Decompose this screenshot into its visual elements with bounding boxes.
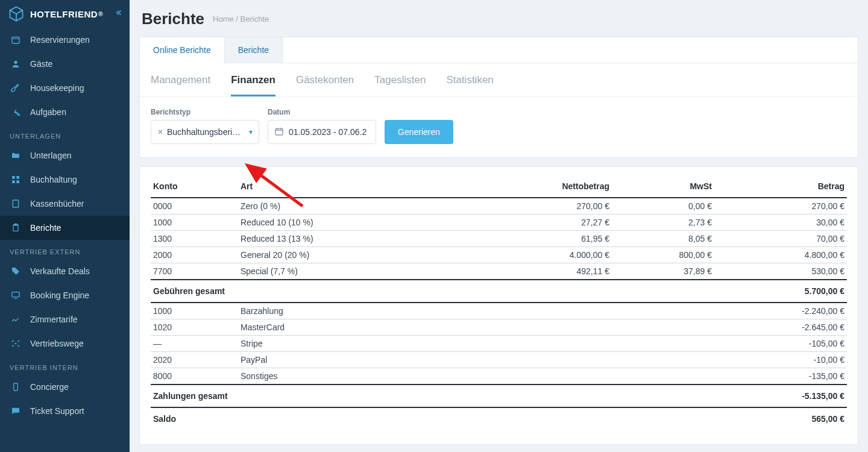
sidebar-item-reservierungen[interactable]: Reservierungen: [0, 28, 130, 52]
cell-art: PayPal: [238, 352, 479, 368]
cell-betrag: -2.240,00 €: [714, 303, 847, 319]
subtab-management[interactable]: Management: [151, 74, 210, 96]
svg-rect-4: [12, 180, 15, 183]
table-row: 1020MasterCard-2.645,00 €: [151, 319, 847, 336]
svg-rect-2: [12, 176, 15, 179]
subtab-tageslisten[interactable]: Tageslisten: [374, 74, 426, 96]
breadcrumb-current: Berichte: [241, 14, 269, 24]
sidebar-item-verkaufte-deals[interactable]: Verkaufte Deals: [0, 259, 130, 283]
sidebar-item-label: Berichte: [30, 223, 61, 233]
report-card: Konto Art Nettobetrag MwSt Betrag 0000Ze…: [139, 166, 858, 445]
cell-konto: 2000: [151, 247, 238, 263]
date-range-input[interactable]: 01.05.2023 - 07.06.2: [268, 120, 376, 144]
report-type-select[interactable]: ✕ Buchhaltungsberi… ▾: [151, 120, 259, 144]
subtab-statistiken[interactable]: Statistiken: [446, 74, 493, 96]
cell-mwst: [612, 336, 714, 352]
sidebar-item-vertriebswege[interactable]: Vertriebswege: [0, 331, 130, 356]
subtab-finanzen[interactable]: Finanzen: [231, 74, 275, 96]
cell-betrag: 4.800,00 €: [714, 247, 847, 263]
sidebar-item-gaeste[interactable]: Gäste: [0, 52, 130, 76]
tab-online-berichte[interactable]: Online Berichte: [140, 37, 225, 63]
svg-rect-0: [12, 37, 19, 43]
network-icon: [10, 337, 22, 350]
sidebar-item-concierge[interactable]: Concierge: [0, 375, 130, 399]
cell-netto: 61,95 €: [479, 231, 612, 247]
wrench-icon: [10, 106, 22, 118]
generate-button[interactable]: Generieren: [385, 120, 453, 144]
top-tabs: Online Berichte Berichte: [140, 37, 858, 63]
cell-konto: 1020: [151, 319, 238, 336]
table-row: 2000General 20 (20 %)4.000,00 €800,00 €4…: [151, 247, 847, 263]
cell-konto: 2020: [151, 352, 238, 368]
saldo-row: Saldo 565,00 €: [151, 407, 847, 430]
cell-mwst: [612, 319, 714, 336]
sidebar-item-berichte[interactable]: Berichte: [0, 216, 130, 240]
chevron-down-icon: ▾: [249, 128, 253, 136]
cell-betrag: 30,00 €: [714, 215, 847, 231]
cell-art: General 20 (20 %): [238, 247, 479, 263]
cell-betrag: -2.645,00 €: [714, 319, 847, 336]
tab-berichte[interactable]: Berichte: [225, 37, 283, 63]
cell-netto: [479, 368, 612, 385]
sidebar-item-housekeeping[interactable]: Housekeeping: [0, 76, 130, 100]
sidebar-item-aufgaben[interactable]: Aufgaben: [0, 100, 130, 124]
report-table: Konto Art Nettobetrag MwSt Betrag 0000Ze…: [151, 175, 847, 430]
brand[interactable]: HOTELFRIEND®: [0, 0, 130, 28]
cell-netto: 492,11 €: [479, 263, 612, 280]
sidebar-item-unterlagen[interactable]: Unterlagen: [0, 143, 130, 168]
svg-point-10: [15, 343, 17, 345]
sidebar-item-label: Reservierungen: [30, 35, 90, 45]
cell-betrag: -105,00 €: [714, 336, 847, 352]
cell-mwst: [612, 352, 714, 368]
cell-mwst: 800,00 €: [612, 247, 714, 263]
monitor-icon: [10, 289, 22, 301]
sidebar-section-vertrieb-intern: VERTRIEB INTERN: [0, 356, 130, 375]
th-mwst: MwSt: [612, 175, 714, 198]
sidebar-item-label: Vertriebswege: [30, 339, 84, 348]
table-row: 1300Reduced 13 (13 %)61,95 €8,05 €70,00 …: [151, 231, 847, 247]
cell-mwst: 37,89 €: [612, 263, 714, 280]
sidebar-item-buchhaltung[interactable]: Buchhaltung: [0, 168, 130, 192]
payments-total-value: -5.135,00 €: [714, 385, 847, 407]
cell-konto: 7700: [151, 263, 238, 280]
cell-netto: [479, 336, 612, 352]
th-art: Art: [238, 175, 479, 198]
sidebar-item-booking-engine[interactable]: Booking Engine: [0, 283, 130, 307]
sidebar-item-zimmertarife[interactable]: Zimmertarife: [0, 307, 130, 331]
cell-mwst: 8,05 €: [612, 231, 714, 247]
clipboard-icon: [10, 222, 22, 234]
breadcrumb-home[interactable]: Home: [213, 14, 234, 24]
cell-mwst: 0,00 €: [612, 198, 714, 215]
svg-point-11: [12, 341, 14, 342]
sidebar-item-label: Aufgaben: [30, 107, 66, 117]
cell-netto: 270,00 €: [479, 198, 612, 215]
cell-betrag: -10,00 €: [714, 352, 847, 368]
cell-konto: 8000: [151, 368, 238, 385]
cell-art: MasterCard: [238, 319, 479, 336]
calendar-icon: [10, 34, 22, 46]
sidebar-item-label: Ticket Support: [30, 406, 84, 416]
filter-card: Online Berichte Berichte Management Fina…: [139, 37, 858, 158]
cell-netto: [479, 303, 612, 319]
field-label-type: Berichtstyp: [151, 108, 259, 116]
cell-art: Special (7,7 %): [238, 263, 479, 280]
breadcrumb-sep: /: [234, 14, 241, 24]
subtab-gaestekonten[interactable]: Gästekonten: [296, 74, 354, 96]
cell-mwst: [612, 368, 714, 385]
svg-point-1: [14, 61, 17, 64]
cell-betrag: 70,00 €: [714, 231, 847, 247]
report-type-value: Buchhaltungsberi…: [167, 127, 245, 137]
sidebar-item-label: Unterlagen: [30, 151, 72, 160]
sidebar-item-label: Housekeeping: [30, 83, 84, 93]
field-report-type: Berichtstyp ✕ Buchhaltungsberi… ▾: [151, 108, 259, 144]
clear-icon[interactable]: ✕: [157, 128, 163, 136]
grid-icon: [10, 174, 22, 186]
cell-netto: [479, 352, 612, 368]
sidebar-collapse-icon[interactable]: [114, 8, 122, 19]
sidebar-item-kassenbuecher[interactable]: Kassenbücher: [0, 192, 130, 216]
table-header-row: Konto Art Nettobetrag MwSt Betrag: [151, 175, 847, 198]
cell-netto: 4.000,00 €: [479, 247, 612, 263]
cell-betrag: 530,00 €: [714, 263, 847, 280]
sidebar-item-ticket-support[interactable]: Ticket Support: [0, 399, 130, 423]
svg-rect-3: [16, 176, 19, 179]
